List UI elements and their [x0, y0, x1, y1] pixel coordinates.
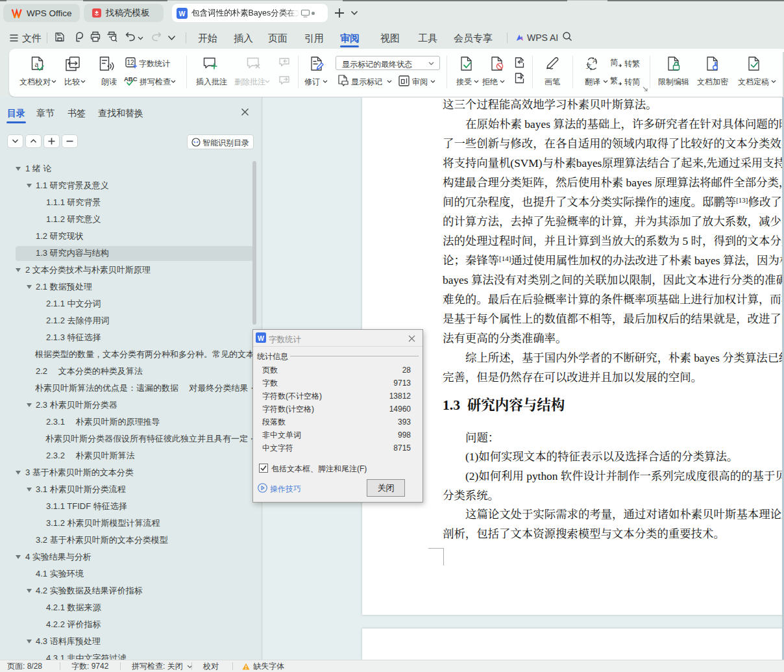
svg-text:文: 文	[586, 63, 592, 69]
svg-text:12: 12	[127, 59, 134, 66]
svg-text:ABC: ABC	[124, 75, 138, 82]
svg-text:W: W	[258, 334, 264, 342]
svg-text:A: A	[593, 57, 597, 64]
svg-text:繁: 繁	[610, 76, 618, 85]
svg-text:简: 简	[610, 58, 618, 67]
svg-text:W: W	[179, 9, 186, 17]
svg-text:a: a	[35, 59, 39, 69]
